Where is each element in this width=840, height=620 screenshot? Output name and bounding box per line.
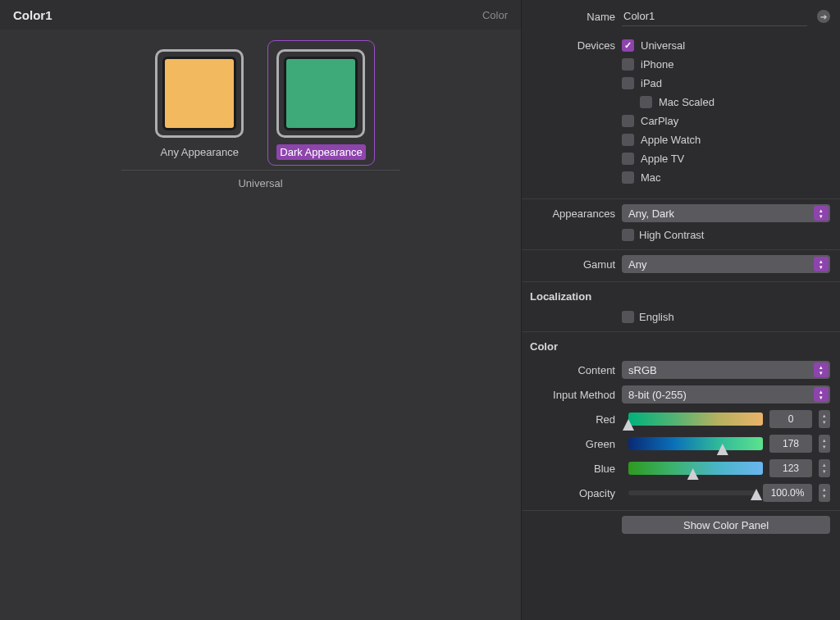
device-checkbox-apple-watch[interactable] xyxy=(622,134,634,146)
device-label: Apple TV xyxy=(641,153,684,165)
device-label: CarPlay xyxy=(641,115,678,127)
gamut-label: Gamut xyxy=(522,258,622,271)
swatch-frame xyxy=(155,49,244,138)
input-method-label: Input Method xyxy=(522,389,622,401)
blue-value[interactable]: 123 xyxy=(769,459,812,477)
red-slider[interactable] xyxy=(628,413,763,426)
gamut-value: Any xyxy=(628,258,646,271)
input-method-value: 8-bit (0-255) xyxy=(628,389,687,401)
swatch-any-appearance[interactable]: Any Appearance xyxy=(150,44,249,162)
content-label: Content xyxy=(522,364,622,376)
slider-thumb-icon[interactable] xyxy=(687,468,699,480)
blue-slider[interactable] xyxy=(628,462,763,475)
asset-kind-label: Color xyxy=(482,9,508,21)
device-label: iPhone xyxy=(641,58,673,71)
red-value[interactable]: 0 xyxy=(769,410,812,428)
asset-title: Color1 xyxy=(13,8,52,22)
green-value[interactable]: 178 xyxy=(769,435,812,453)
red-stepper[interactable] xyxy=(819,410,830,428)
devices-list: Universal iPhone iPad Mac Scaled CarPlay… xyxy=(622,38,714,190)
device-label: iPad xyxy=(641,77,662,89)
show-color-panel-button[interactable]: Show Color Panel xyxy=(622,516,830,534)
swatch-color xyxy=(162,57,236,130)
opacity-label: Opacity xyxy=(522,487,622,499)
blue-label: Blue xyxy=(522,463,622,475)
opacity-value[interactable]: 100.0% xyxy=(763,484,812,502)
input-method-popup[interactable]: 8-bit (0-255) xyxy=(622,385,830,403)
opacity-slider[interactable] xyxy=(628,490,756,495)
high-contrast-checkbox[interactable] xyxy=(622,229,634,241)
slider-thumb-icon[interactable] xyxy=(751,489,762,500)
appearances-popup[interactable]: Any, Dark xyxy=(622,204,830,222)
popup-arrows-icon xyxy=(814,257,829,271)
swatch-label: Any Appearance xyxy=(158,144,242,160)
device-label: Mac Scaled xyxy=(659,96,714,108)
name-field[interactable] xyxy=(622,7,807,26)
swatch-row: Any Appearance Dark Appearance xyxy=(150,44,370,162)
appearances-label: Appearances xyxy=(522,207,622,220)
green-stepper[interactable] xyxy=(819,435,830,453)
blue-stepper[interactable] xyxy=(819,459,830,477)
content-popup[interactable]: sRGB xyxy=(622,361,830,379)
green-label: Green xyxy=(522,438,622,450)
localization-heading: Localization xyxy=(522,281,840,308)
device-label: Mac xyxy=(641,171,661,184)
name-navigate-icon[interactable]: ➔ xyxy=(817,10,830,23)
attributes-inspector: Name ➔ Devices Universal iPhone iPad Mac… xyxy=(522,0,840,620)
device-checkbox-carplay[interactable] xyxy=(622,115,634,127)
high-contrast-label: High Contrast xyxy=(639,229,704,241)
devices-label: Devices xyxy=(522,38,622,52)
swatch-color xyxy=(284,57,358,130)
device-label: Apple Watch xyxy=(641,134,701,146)
device-checkbox-mac[interactable] xyxy=(622,171,634,184)
gamut-popup[interactable]: Any xyxy=(622,255,830,273)
device-label: Universal xyxy=(641,39,685,52)
swatch-group-label: Universal xyxy=(121,170,400,189)
popup-arrows-icon xyxy=(814,362,829,377)
content-value: sRGB xyxy=(628,364,657,376)
slider-thumb-icon[interactable] xyxy=(717,444,728,455)
red-label: Red xyxy=(522,413,622,426)
device-checkbox-apple-tv[interactable] xyxy=(622,153,634,165)
device-checkbox-ipad[interactable] xyxy=(622,77,634,89)
popup-arrows-icon xyxy=(814,206,829,221)
localization-english-label: English xyxy=(639,311,674,323)
asset-canvas: Color1 Color Any Appearance Dark Appeara… xyxy=(0,0,522,620)
device-checkbox-iphone[interactable] xyxy=(622,58,634,71)
appearances-value: Any, Dark xyxy=(628,207,674,220)
green-slider[interactable] xyxy=(628,437,763,450)
localization-english-checkbox[interactable] xyxy=(622,311,634,323)
swatch-frame xyxy=(276,49,365,138)
opacity-stepper[interactable] xyxy=(819,484,830,502)
device-checkbox-universal[interactable] xyxy=(622,39,634,52)
name-label: Name xyxy=(522,11,622,23)
color-heading: Color xyxy=(522,331,840,358)
slider-thumb-icon[interactable] xyxy=(623,419,634,431)
popup-arrows-icon xyxy=(814,387,829,402)
asset-area: Any Appearance Dark Appearance Universal xyxy=(0,30,521,620)
swatch-label: Dark Appearance xyxy=(276,144,365,160)
asset-header: Color1 Color xyxy=(0,0,521,30)
device-checkbox-mac-scaled[interactable] xyxy=(640,96,652,108)
swatch-dark-appearance[interactable]: Dark Appearance xyxy=(272,44,370,162)
